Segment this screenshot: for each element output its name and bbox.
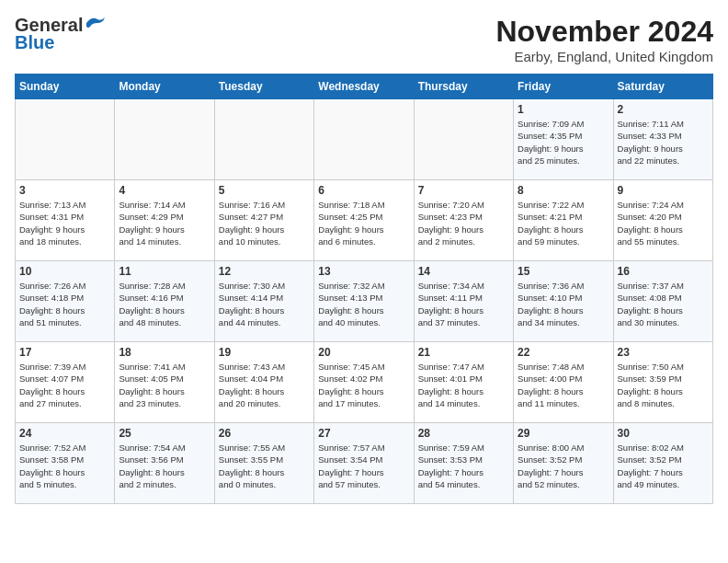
day-number: 25 (119, 427, 210, 440)
calendar-cell: 7Sunrise: 7:20 AM Sunset: 4:23 PM Daylig… (414, 180, 513, 261)
day-number: 23 (618, 346, 709, 359)
weekday-header-tuesday: Tuesday (214, 75, 313, 99)
day-info: Sunrise: 7:11 AM Sunset: 4:33 PM Dayligh… (618, 118, 709, 167)
day-info: Sunrise: 7:16 AM Sunset: 4:27 PM Dayligh… (219, 199, 310, 247)
weekday-header-row: SundayMondayTuesdayWednesdayThursdayFrid… (16, 75, 713, 99)
day-number: 26 (219, 427, 310, 440)
calendar-cell: 5Sunrise: 7:16 AM Sunset: 4:27 PM Daylig… (214, 180, 313, 261)
day-info: Sunrise: 7:57 AM Sunset: 3:54 PM Dayligh… (318, 442, 409, 490)
calendar-title-area: November 2024 Earby, England, United Kin… (495, 15, 713, 64)
day-info: Sunrise: 7:22 AM Sunset: 4:21 PM Dayligh… (518, 199, 609, 247)
calendar-cell: 19Sunrise: 7:43 AM Sunset: 4:04 PM Dayli… (214, 342, 313, 423)
calendar-cell: 11Sunrise: 7:28 AM Sunset: 4:16 PM Dayli… (115, 261, 214, 342)
calendar-week-row: 17Sunrise: 7:39 AM Sunset: 4:07 PM Dayli… (16, 342, 713, 423)
calendar-cell: 25Sunrise: 7:54 AM Sunset: 3:56 PM Dayli… (115, 423, 214, 504)
day-info: Sunrise: 7:39 AM Sunset: 4:07 PM Dayligh… (19, 361, 110, 409)
calendar-week-row: 1Sunrise: 7:09 AM Sunset: 4:35 PM Daylig… (16, 99, 713, 180)
calendar-cell (414, 99, 513, 180)
calendar-cell: 21Sunrise: 7:47 AM Sunset: 4:01 PM Dayli… (414, 342, 513, 423)
calendar-cell: 18Sunrise: 7:41 AM Sunset: 4:05 PM Dayli… (115, 342, 214, 423)
calendar-cell (16, 99, 115, 180)
calendar-cell: 29Sunrise: 8:00 AM Sunset: 3:52 PM Dayli… (514, 423, 613, 504)
day-info: Sunrise: 8:02 AM Sunset: 3:52 PM Dayligh… (618, 442, 709, 490)
day-number: 3 (19, 184, 110, 197)
day-number: 20 (318, 346, 409, 359)
logo-bird-icon (85, 16, 105, 30)
weekday-header-wednesday: Wednesday (314, 75, 414, 99)
day-info: Sunrise: 7:20 AM Sunset: 4:23 PM Dayligh… (418, 199, 509, 247)
day-number: 29 (518, 427, 609, 440)
calendar-cell: 28Sunrise: 7:59 AM Sunset: 3:53 PM Dayli… (414, 423, 513, 504)
calendar-cell: 20Sunrise: 7:45 AM Sunset: 4:02 PM Dayli… (314, 342, 414, 423)
calendar-cell: 15Sunrise: 7:36 AM Sunset: 4:10 PM Dayli… (514, 261, 613, 342)
calendar-cell (214, 99, 313, 180)
day-number: 5 (219, 184, 310, 197)
day-number: 12 (219, 265, 310, 278)
day-number: 1 (518, 103, 609, 116)
day-info: Sunrise: 7:59 AM Sunset: 3:53 PM Dayligh… (418, 442, 509, 490)
day-info: Sunrise: 7:36 AM Sunset: 4:10 PM Dayligh… (518, 280, 609, 328)
day-number: 28 (418, 427, 509, 440)
calendar-week-row: 24Sunrise: 7:52 AM Sunset: 3:58 PM Dayli… (16, 423, 713, 504)
weekday-header-monday: Monday (115, 75, 214, 99)
calendar-cell: 8Sunrise: 7:22 AM Sunset: 4:21 PM Daylig… (514, 180, 613, 261)
calendar-cell: 1Sunrise: 7:09 AM Sunset: 4:35 PM Daylig… (514, 99, 613, 180)
day-info: Sunrise: 7:28 AM Sunset: 4:16 PM Dayligh… (119, 280, 210, 328)
weekday-header-thursday: Thursday (414, 75, 513, 99)
day-info: Sunrise: 7:18 AM Sunset: 4:25 PM Dayligh… (318, 199, 409, 247)
calendar-header: SundayMondayTuesdayWednesdayThursdayFrid… (16, 75, 713, 99)
calendar-cell: 16Sunrise: 7:37 AM Sunset: 4:08 PM Dayli… (613, 261, 712, 342)
day-number: 9 (618, 184, 709, 197)
day-number: 11 (119, 265, 210, 278)
day-info: Sunrise: 7:34 AM Sunset: 4:11 PM Dayligh… (418, 280, 509, 328)
day-info: Sunrise: 7:47 AM Sunset: 4:01 PM Dayligh… (418, 361, 509, 409)
day-info: Sunrise: 7:55 AM Sunset: 3:55 PM Dayligh… (219, 442, 310, 490)
month-title: November 2024 (495, 15, 713, 49)
day-info: Sunrise: 7:09 AM Sunset: 4:35 PM Dayligh… (518, 118, 609, 167)
day-number: 27 (318, 427, 409, 440)
day-info: Sunrise: 7:24 AM Sunset: 4:20 PM Dayligh… (618, 199, 709, 247)
calendar-cell: 6Sunrise: 7:18 AM Sunset: 4:25 PM Daylig… (314, 180, 414, 261)
day-info: Sunrise: 7:37 AM Sunset: 4:08 PM Dayligh… (618, 280, 709, 328)
day-number: 16 (618, 265, 709, 278)
calendar-cell: 12Sunrise: 7:30 AM Sunset: 4:14 PM Dayli… (214, 261, 313, 342)
day-info: Sunrise: 7:50 AM Sunset: 3:59 PM Dayligh… (618, 361, 709, 409)
day-info: Sunrise: 7:52 AM Sunset: 3:58 PM Dayligh… (19, 442, 110, 490)
logo: General Blue (15, 15, 105, 53)
day-number: 6 (318, 184, 409, 197)
calendar-cell: 13Sunrise: 7:32 AM Sunset: 4:13 PM Dayli… (314, 261, 414, 342)
calendar-cell: 3Sunrise: 7:13 AM Sunset: 4:31 PM Daylig… (16, 180, 115, 261)
day-info: Sunrise: 7:41 AM Sunset: 4:05 PM Dayligh… (119, 361, 210, 409)
calendar-cell: 9Sunrise: 7:24 AM Sunset: 4:20 PM Daylig… (613, 180, 712, 261)
weekday-header-friday: Friday (514, 75, 613, 99)
calendar-cell: 22Sunrise: 7:48 AM Sunset: 4:00 PM Dayli… (514, 342, 613, 423)
day-number: 7 (418, 184, 509, 197)
day-info: Sunrise: 8:00 AM Sunset: 3:52 PM Dayligh… (518, 442, 609, 490)
day-number: 21 (418, 346, 509, 359)
day-number: 30 (618, 427, 709, 440)
day-number: 19 (219, 346, 310, 359)
page-header: General Blue November 2024 Earby, Englan… (15, 15, 713, 64)
day-number: 24 (19, 427, 110, 440)
day-number: 17 (19, 346, 110, 359)
calendar-cell: 24Sunrise: 7:52 AM Sunset: 3:58 PM Dayli… (16, 423, 115, 504)
location-text: Earby, England, United Kingdom (495, 49, 713, 64)
calendar-cell: 30Sunrise: 8:02 AM Sunset: 3:52 PM Dayli… (613, 423, 712, 504)
day-info: Sunrise: 7:26 AM Sunset: 4:18 PM Dayligh… (19, 280, 110, 328)
day-number: 18 (119, 346, 210, 359)
calendar-cell: 26Sunrise: 7:55 AM Sunset: 3:55 PM Dayli… (214, 423, 313, 504)
logo-blue-text: Blue (15, 32, 54, 53)
day-info: Sunrise: 7:14 AM Sunset: 4:29 PM Dayligh… (119, 199, 210, 247)
calendar-cell: 23Sunrise: 7:50 AM Sunset: 3:59 PM Dayli… (613, 342, 712, 423)
calendar-week-row: 3Sunrise: 7:13 AM Sunset: 4:31 PM Daylig… (16, 180, 713, 261)
day-number: 4 (119, 184, 210, 197)
day-info: Sunrise: 7:43 AM Sunset: 4:04 PM Dayligh… (219, 361, 310, 409)
calendar-cell: 14Sunrise: 7:34 AM Sunset: 4:11 PM Dayli… (414, 261, 513, 342)
calendar-table: SundayMondayTuesdayWednesdayThursdayFrid… (15, 74, 713, 504)
calendar-cell: 17Sunrise: 7:39 AM Sunset: 4:07 PM Dayli… (16, 342, 115, 423)
day-info: Sunrise: 7:32 AM Sunset: 4:13 PM Dayligh… (318, 280, 409, 328)
day-info: Sunrise: 7:30 AM Sunset: 4:14 PM Dayligh… (219, 280, 310, 328)
day-number: 8 (518, 184, 609, 197)
day-info: Sunrise: 7:48 AM Sunset: 4:00 PM Dayligh… (518, 361, 609, 409)
day-number: 13 (318, 265, 409, 278)
